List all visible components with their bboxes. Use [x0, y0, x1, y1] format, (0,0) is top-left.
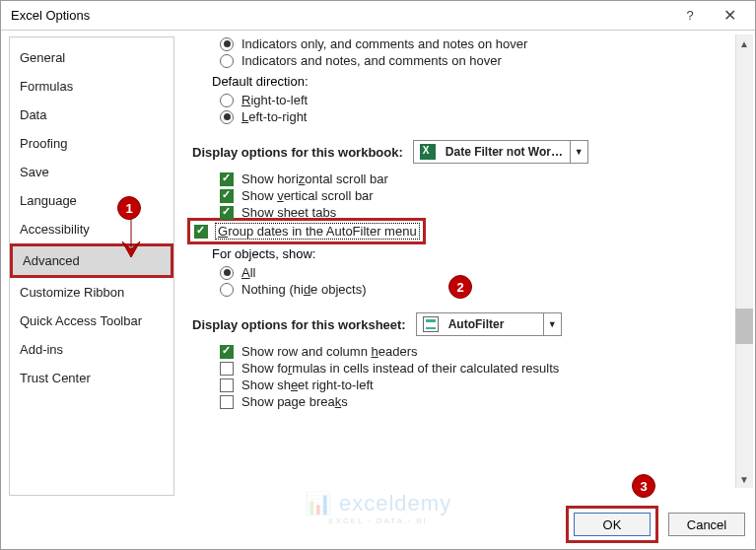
combo-text: Date Filter not Wor… — [442, 145, 570, 159]
worksheet-combo[interactable]: AutoFilter ▼ — [416, 312, 562, 336]
workbook-combo[interactable]: Date Filter not Wor… ▼ — [413, 140, 588, 164]
excel-icon — [418, 142, 438, 162]
chk-label: Show row and column headers — [241, 344, 418, 359]
sidebar-item-advanced[interactable]: Advanced — [10, 243, 173, 278]
chk-label: Show page breaks — [241, 394, 348, 409]
radio-indicators-only[interactable] — [220, 37, 234, 51]
sidebar-item-addins[interactable]: Add-ins — [10, 335, 173, 364]
vertical-scrollbar[interactable]: ▲ ▼ — [735, 34, 753, 488]
scroll-down-icon[interactable]: ▼ — [735, 470, 753, 488]
sidebar-item-quick-access[interactable]: Quick Access Toolbar — [10, 307, 173, 335]
section-label: Display options for this worksheet: — [192, 317, 406, 332]
callout-1: 1 — [117, 196, 141, 220]
combo-text: AutoFilter — [445, 317, 543, 331]
chk-tabs[interactable] — [220, 206, 234, 220]
sidebar-item-data[interactable]: Data — [10, 101, 173, 129]
sidebar-item-language[interactable]: Language — [10, 186, 173, 215]
section-worksheet: Display options for this worksheet: Auto… — [192, 312, 747, 336]
radio-label: All — [241, 265, 255, 280]
radio-ltr[interactable] — [220, 110, 234, 124]
ok-highlight: OK — [566, 506, 658, 543]
chk-hscroll[interactable] — [220, 172, 234, 186]
close-icon: ✕ — [723, 6, 736, 25]
cancel-button[interactable]: Cancel — [668, 513, 745, 536]
ok-button[interactable]: OK — [574, 513, 651, 536]
close-button[interactable]: ✕ — [710, 2, 749, 30]
chk-rowcol[interactable] — [220, 345, 234, 359]
radio-indicators-notes[interactable] — [220, 54, 234, 68]
for-objects-label: For objects, show: — [212, 246, 747, 261]
sidebar-item-general[interactable]: General — [10, 43, 173, 72]
sidebar: General Formulas Data Proofing Save Lang… — [9, 36, 174, 496]
chk-pagebreaks[interactable] — [220, 395, 234, 409]
sidebar-item-trust-center[interactable]: Trust Center — [10, 364, 173, 392]
chk-vscroll[interactable] — [220, 189, 234, 203]
radio-nothing[interactable] — [220, 283, 234, 297]
dialog-footer: OK Cancel — [566, 506, 745, 543]
chevron-down-icon: ▼ — [570, 141, 587, 163]
chk-label: Show horizontal scroll bar — [241, 172, 388, 186]
chk-label: Show vertical scroll bar — [241, 188, 374, 203]
radio-label: Indicators and notes, and comments on ho… — [241, 53, 502, 68]
excel-options-dialog: Excel Options ? ✕ General Formulas Data … — [0, 0, 756, 550]
sidebar-item-save[interactable]: Save — [10, 158, 173, 186]
dialog-body: General Formulas Data Proofing Save Lang… — [1, 31, 755, 502]
chk-label: Group dates in the AutoFilter menu — [216, 224, 419, 239]
sidebar-item-formulas[interactable]: Formulas — [10, 72, 173, 101]
section-workbook: Display options for this workbook: Date … — [192, 140, 747, 164]
sidebar-item-customize-ribbon[interactable]: Customize Ribbon — [10, 278, 173, 307]
sidebar-item-proofing[interactable]: Proofing — [10, 129, 173, 158]
radio-label: Indicators only, and comments and notes … — [241, 36, 527, 51]
chk-formulas[interactable] — [220, 362, 234, 376]
sidebar-item-accessibility[interactable]: Accessibility — [10, 215, 173, 243]
radio-rtl[interactable] — [220, 94, 234, 107]
titlebar: Excel Options ? ✕ — [1, 1, 755, 31]
default-direction-label: Default direction: — [212, 74, 747, 89]
dialog-title: Excel Options — [7, 8, 670, 23]
callout-3: 3 — [632, 474, 655, 498]
chk-label: Show formulas in cells instead of their … — [241, 361, 559, 376]
radio-all[interactable] — [220, 266, 234, 280]
chk-group-dates[interactable] — [194, 225, 208, 239]
content-pane: Indicators only, and comments and notes … — [174, 31, 755, 502]
scroll-up-icon[interactable]: ▲ — [735, 34, 753, 52]
callout-2: 2 — [448, 275, 472, 299]
help-button[interactable]: ? — [670, 2, 710, 30]
radio-label: Right-to-left — [241, 93, 308, 107]
radio-label: Left-to-right — [241, 109, 307, 124]
chevron-down-icon: ▼ — [543, 313, 561, 335]
sheet-icon — [421, 314, 441, 334]
section-label: Display options for this workbook: — [192, 145, 403, 160]
radio-label: Nothing (hide objects) — [241, 282, 366, 297]
chk-label: Show sheet right-to-left — [241, 378, 374, 392]
scroll-thumb[interactable] — [735, 309, 753, 344]
help-icon: ? — [686, 8, 693, 23]
chk-sheet-rtl[interactable] — [220, 378, 234, 392]
